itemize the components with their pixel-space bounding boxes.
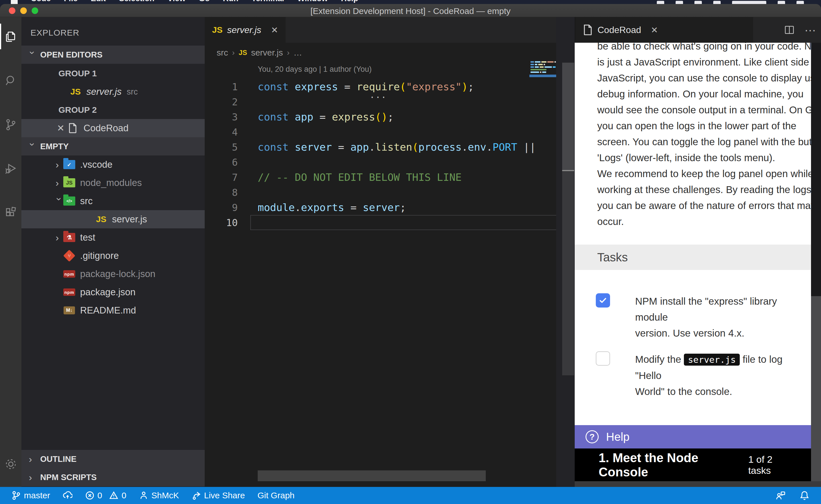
editor-scrollbar-slider[interactable] [562, 63, 574, 171]
npm-scripts-label: NPM SCRIPTS [40, 473, 97, 482]
open-editor-description: src [126, 87, 138, 97]
notifications-bell-icon[interactable] [799, 490, 810, 501]
problems-status[interactable]: 0 0 [85, 491, 126, 500]
tab-title: server.js [227, 25, 262, 35]
menu-item-code[interactable]: Code [31, 0, 51, 4]
webview-scrollbar-slider[interactable] [811, 296, 821, 481]
tree-item-label: package.json [80, 287, 135, 298]
codelens-annotation[interactable]: You, 20 days ago | 1 author (You) [258, 65, 372, 74]
open-editor-item-coderoad[interactable]: ✕CodeRoad [21, 119, 205, 137]
sync-changes-button[interactable] [63, 491, 72, 500]
account-status[interactable]: ShMcK [139, 491, 179, 500]
task-checkbox[interactable] [596, 351, 610, 366]
tree-item-label: .gitignore [80, 250, 119, 261]
menu-item-window[interactable]: Window [297, 0, 328, 4]
menu-item-terminal[interactable]: Terminal [252, 0, 284, 4]
editor-horizontal-scrollbar[interactable] [258, 470, 486, 481]
tree-item-gitignore[interactable]: ⑂.gitignore [21, 247, 205, 265]
extensions-icon[interactable] [0, 200, 21, 226]
lesson-text-line: 'Logs' (lower-left, inside the tools men… [597, 150, 811, 166]
search-icon[interactable] [0, 68, 21, 93]
line-number: 6 [205, 157, 238, 168]
lesson-text-line: working at these challenges. By reading … [597, 182, 811, 198]
code-line-6[interactable]: 6 [205, 155, 558, 170]
run-debug-icon[interactable] [0, 156, 21, 182]
close-tab-icon[interactable]: ✕ [651, 25, 658, 35]
code-editor[interactable]: 1const express = require("express");23co… [205, 79, 558, 230]
line-number: 8 [205, 187, 238, 198]
source-control-icon[interactable] [0, 112, 21, 138]
breadcrumb-item[interactable]: … [294, 48, 302, 58]
git-graph-button[interactable]: Git Graph [258, 491, 295, 500]
tree-item-packagejson[interactable]: npmpackage.json [21, 283, 205, 301]
tree-item-package-lockjson[interactable]: npmpackage-lock.json [21, 265, 205, 283]
breadcrumb-item[interactable]: src [217, 48, 228, 58]
tab-coderoad[interactable]: CodeRoad ✕ [575, 17, 753, 43]
vscode-folder-icon: ✓ [63, 158, 75, 171]
lesson-text-line: you can be aware of the nature of errors… [597, 198, 811, 214]
menubar-clock [732, 1, 766, 4]
menubar-status-icon [676, 1, 683, 4]
close-editor-icon[interactable]: ✕ [55, 123, 66, 134]
live-share-button[interactable]: Live Share [191, 491, 245, 500]
breadcrumb-separator-icon: › [232, 48, 235, 57]
code-line-9[interactable]: 9module.exports = server; [205, 200, 558, 215]
tree-item-label: .vscode [80, 159, 113, 170]
breadcrumb-item[interactable]: server.js [251, 48, 283, 58]
menu-item-selection[interactable]: Selection [119, 0, 154, 4]
tree-item-vscode[interactable]: ›✓.vscode [21, 155, 205, 174]
menu-item-file[interactable]: File [64, 0, 77, 4]
live-share-icon [191, 491, 201, 500]
javascript-file-icon: JS [212, 25, 223, 35]
code-line-1[interactable]: 1const express = require("express"); [205, 79, 558, 94]
file-icon [583, 24, 593, 36]
code-line-2[interactable]: 2 [205, 94, 558, 109]
open-editor-item-server.js[interactable]: JSserver.jssrc [21, 83, 205, 101]
open-editor-name: server.js [86, 86, 121, 97]
code-line-4[interactable]: 4 [205, 124, 558, 140]
menu-item-go[interactable]: Go [199, 0, 210, 4]
branch-name: master [24, 491, 50, 500]
code-line-10[interactable]: 10 [205, 215, 558, 230]
menu-item-help[interactable]: Help [341, 0, 358, 4]
breadcrumb-separator-icon: › [287, 48, 289, 57]
open-editors-label: OPEN EDITORS [40, 50, 103, 60]
task-checkbox[interactable] [596, 293, 610, 308]
explorer-icon[interactable] [0, 24, 21, 49]
open-editors-section-header[interactable]: › OPEN EDITORS [21, 46, 205, 64]
git-branch-status[interactable]: master [11, 491, 50, 500]
tree-item-READMEmd[interactable]: M↓README.md [21, 301, 205, 319]
npm-scripts-section-header[interactable]: › NPM SCRIPTS [21, 468, 205, 486]
node-modules-folder-icon: JS [63, 177, 75, 189]
feedback-icon[interactable] [775, 490, 786, 501]
split-editor-icon[interactable] [784, 24, 795, 35]
tree-item-test[interactable]: ›⚗test [21, 228, 205, 247]
menu-item-edit[interactable]: Edit [91, 0, 106, 4]
tree-item-src[interactable]: ›</>src [21, 192, 205, 210]
apple-menu-icon[interactable] [11, 0, 18, 4]
help-button[interactable]: ? Help [575, 425, 811, 448]
settings-gear-icon[interactable] [0, 451, 21, 477]
code-line-5[interactable]: 5const server = app.listen(process.env.P… [205, 140, 558, 155]
panel-more-actions-icon[interactable]: ··· [804, 24, 816, 36]
outline-section-header[interactable]: › OUTLINE [21, 450, 205, 468]
menu-item-view[interactable]: View [167, 0, 185, 4]
close-tab-icon[interactable]: ✕ [271, 25, 278, 35]
window-title-bar: [Extension Development Host] - CodeRoad … [0, 4, 821, 17]
task-item: Modify the server.js file to log "HelloW… [596, 351, 807, 399]
editor-scrollbar-track-lower[interactable] [562, 171, 574, 375]
code-line-8[interactable]: 8 [205, 185, 558, 200]
code-line-7[interactable]: 7// -- DO NOT EDIT BELOW THIS LINE [205, 170, 558, 185]
menu-item-run[interactable]: Run [223, 0, 238, 4]
tree-item-node_modules[interactable]: ›JSnode_modules [21, 174, 205, 192]
breadcrumb: src›JSserver.js›… [217, 46, 302, 60]
lesson-text-line: is just a JavaScript environment. Like c… [597, 54, 811, 70]
lesson-text-line: debug information. On your local machine… [597, 86, 811, 102]
folder-section-header[interactable]: › EMPTY [21, 137, 205, 155]
chevron-right-icon: › [56, 159, 63, 170]
tab-server-js[interactable]: JS server.js ✕ [205, 17, 286, 43]
code-line-3[interactable]: 3const app = express(); [205, 109, 558, 124]
javascript-file-icon: JS [69, 85, 82, 98]
tree-item-serverjs[interactable]: JSserver.js [21, 210, 205, 228]
chevron-down-icon: › [27, 143, 38, 150]
